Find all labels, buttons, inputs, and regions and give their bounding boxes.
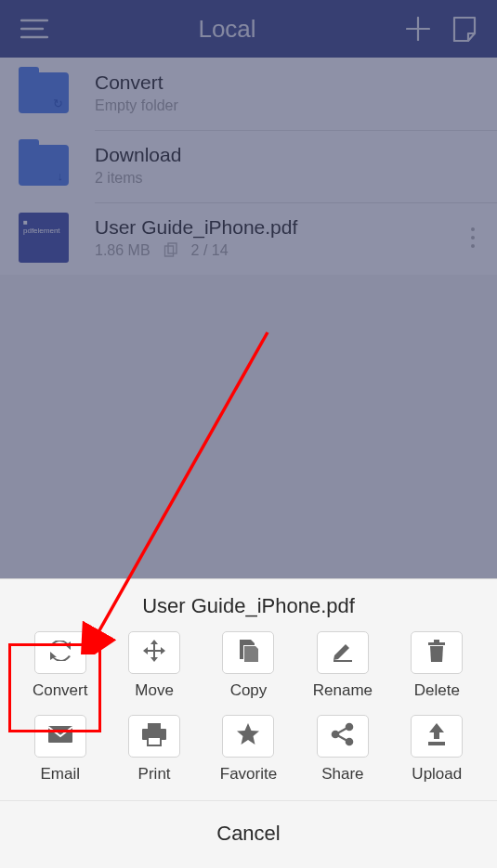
svg-rect-12: [148, 723, 161, 729]
svg-rect-10: [434, 640, 439, 642]
action-label: Delete: [414, 681, 460, 700]
folder-icon: ↻: [17, 69, 71, 117]
item-name: Convert: [95, 71, 480, 94]
favorite-icon: [236, 722, 260, 750]
action-label: Upload: [412, 765, 462, 784]
list-item[interactable]: ↻ Convert Empty folder: [0, 58, 497, 130]
sheet-title: User Guide_iPhone.pdf: [0, 579, 497, 629]
share-icon: [331, 722, 355, 750]
item-name: User Guide_iPhone.pdf: [95, 216, 465, 239]
rename-icon: [332, 640, 354, 666]
upload-icon: [425, 722, 448, 750]
cancel-button[interactable]: Cancel: [0, 800, 497, 868]
print-icon: [141, 722, 167, 750]
item-size: 1.86 MB: [95, 242, 150, 259]
more-icon[interactable]: [465, 222, 480, 253]
item-pages: 2 / 14: [191, 242, 229, 259]
item-subtitle: Empty folder: [95, 97, 178, 114]
add-icon[interactable]: [406, 17, 430, 41]
action-grid: Convert Move Copy: [0, 629, 497, 787]
convert-button[interactable]: Convert: [17, 629, 103, 704]
svg-rect-14: [148, 737, 161, 745]
action-label: Copy: [230, 681, 268, 700]
folder-icon: ↓: [17, 141, 71, 189]
email-button[interactable]: Email: [17, 713, 103, 787]
svg-point-15: [347, 724, 352, 730]
svg-line-18: [338, 729, 347, 733]
upload-button[interactable]: Upload: [394, 713, 480, 787]
action-label: Favorite: [220, 765, 277, 784]
svg-rect-5: [164, 246, 173, 256]
move-icon: [142, 639, 166, 667]
page-title: Local: [198, 15, 255, 44]
pdf-icon: ■ pdfelement: [17, 214, 71, 262]
menu-icon[interactable]: [20, 19, 48, 39]
svg-line-19: [338, 736, 347, 741]
svg-rect-20: [428, 742, 445, 745]
svg-rect-9: [428, 642, 445, 645]
copy-icon: [237, 639, 259, 667]
rename-button[interactable]: Rename: [299, 629, 386, 704]
svg-rect-6: [168, 243, 177, 253]
svg-point-17: [347, 739, 352, 745]
list-item[interactable]: ■ pdfelement User Guide_iPhone.pdf 1.86 …: [0, 202, 497, 275]
item-name: Download: [95, 144, 480, 166]
delete-button[interactable]: Delete: [394, 629, 480, 704]
action-sheet: User Guide_iPhone.pdf Convert Move: [0, 578, 497, 868]
app-header: Local: [0, 0, 497, 58]
move-button[interactable]: Move: [111, 629, 197, 704]
note-icon[interactable]: [452, 16, 477, 42]
action-label: Move: [135, 681, 174, 700]
share-button[interactable]: Share: [299, 713, 386, 787]
file-list: ↻ Convert Empty folder ↓ Download 2 item…: [0, 58, 497, 275]
favorite-button[interactable]: Favorite: [205, 713, 292, 787]
action-label: Print: [138, 765, 171, 784]
print-button[interactable]: Print: [111, 713, 197, 787]
item-subtitle: 2 items: [95, 170, 143, 187]
email-icon: [47, 725, 73, 747]
action-label: Email: [40, 765, 80, 784]
action-label: Convert: [33, 681, 88, 700]
pages-icon: [163, 242, 178, 260]
action-label: Share: [321, 765, 363, 784]
svg-point-16: [333, 732, 338, 737]
convert-icon: [48, 641, 72, 665]
copy-button[interactable]: Copy: [205, 629, 292, 704]
svg-rect-11: [48, 726, 72, 743]
svg-rect-8: [334, 660, 352, 662]
list-item[interactable]: ↓ Download 2 items: [0, 130, 497, 202]
action-label: Rename: [313, 681, 373, 700]
delete-icon: [426, 639, 447, 667]
